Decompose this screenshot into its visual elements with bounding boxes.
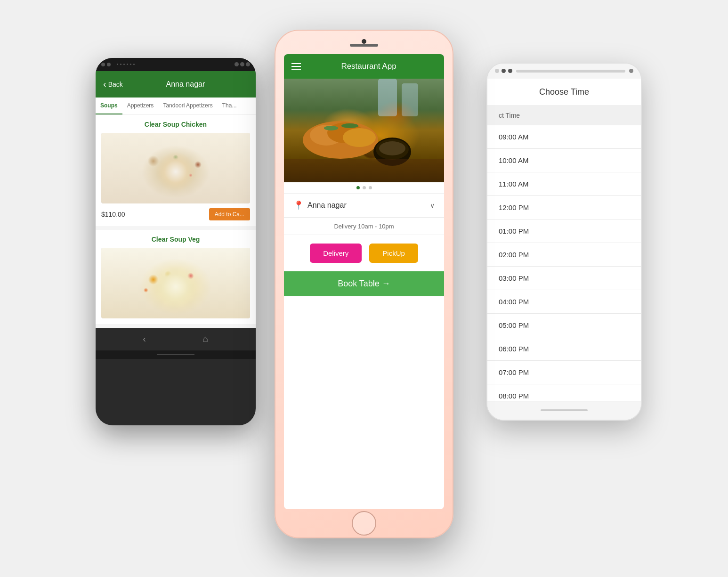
tab-tandoori[interactable]: Tandoori Appetizers: [158, 98, 217, 114]
white-phone-bottom-bar: [487, 401, 641, 420]
time-slot-11[interactable]: 08:00 PM: [487, 384, 641, 401]
item-image-1: [101, 133, 250, 203]
back-nav-icon[interactable]: ‹: [143, 333, 146, 344]
white-phone-home-bar: [541, 409, 588, 411]
grid-dot: [133, 64, 135, 65]
add-to-cart-button-1[interactable]: Add to Ca...: [209, 208, 250, 220]
time-slot-8[interactable]: 05:00 PM: [487, 314, 641, 337]
item-image-2: [101, 248, 250, 318]
tab-appetizers[interactable]: Appetizers: [122, 98, 159, 114]
status-dot-2: [107, 63, 111, 66]
menu-item-clear-soup-veg: Clear Soup Veg: [96, 230, 256, 324]
soup-veg-image: [101, 248, 250, 318]
item-name-2: Clear Soup Veg: [101, 236, 250, 243]
book-table-button[interactable]: Book Table →: [284, 271, 444, 296]
android-status-bar: [96, 58, 256, 71]
soup-chicken-image: [101, 133, 250, 203]
time-slot-5[interactable]: 02:00 PM: [487, 243, 641, 267]
grid-dot: [123, 64, 125, 65]
time-slot-2[interactable]: 11:00 AM: [487, 172, 641, 196]
back-button[interactable]: ‹ Back: [103, 79, 123, 89]
top-dot-1: [495, 69, 499, 73]
time-slot-4[interactable]: 01:00 PM: [487, 219, 641, 243]
food-hero-image: [284, 79, 444, 182]
ios-screen: Restaurant App: [284, 54, 444, 509]
scene: ‹ Back Anna nagar Soups Appetizers Tando…: [81, 30, 647, 548]
hamburger-menu-button[interactable]: [291, 63, 301, 70]
white-phone-screen: Choose Time ct Time 09:00 AM 10:00 AM 11…: [487, 79, 641, 401]
location-name-text: Anna nagar: [307, 201, 430, 210]
hamburger-line-1: [291, 63, 301, 64]
choose-time-header: Choose Time: [487, 79, 641, 106]
top-dot-right: [629, 69, 633, 73]
dot-1: [356, 186, 360, 189]
grid-dot: [127, 64, 128, 65]
time-slot-1[interactable]: 10:00 AM: [487, 149, 641, 172]
back-label: Back: [108, 81, 123, 88]
android-content: Clear Soup Chicken $110.00 Add to Ca... …: [96, 115, 256, 328]
time-slot-6[interactable]: 03:00 PM: [487, 267, 641, 290]
choose-time-title: Choose Time: [539, 87, 589, 97]
ios-phone-center: Restaurant App: [275, 30, 453, 538]
grid-dot: [120, 64, 121, 65]
ios-nav-title: Restaurant App: [301, 62, 437, 71]
top-dot-2: [502, 69, 506, 73]
time-slot-9[interactable]: 06:00 PM: [487, 337, 641, 361]
status-dot-r2: [240, 62, 244, 66]
time-list: ct Time 09:00 AM 10:00 AM 11:00 AM 12:00…: [487, 106, 641, 401]
android-bottom-line: [157, 354, 194, 355]
garnish-1: [324, 126, 338, 130]
status-dot-1: [101, 63, 105, 66]
ios-white-phone-right: Choose Time ct Time 09:00 AM 10:00 AM 11…: [486, 63, 642, 421]
table-surface: [284, 159, 444, 182]
address-bar: [516, 70, 625, 73]
tab-more[interactable]: Tha...: [218, 98, 242, 114]
ios-home-button[interactable]: [352, 511, 376, 536]
food-svg-overlay: [284, 79, 444, 182]
chevron-down-icon: ∨: [430, 202, 435, 209]
white-phone-top-bar: [487, 64, 641, 79]
status-dot-r3: [246, 62, 250, 66]
white-phone-top-dots: [495, 69, 512, 73]
android-tabs: Soups Appetizers Tandoori Appetizers Tha…: [96, 98, 256, 115]
grid-dot: [130, 64, 131, 65]
delivery-hours-text: Delivery 10am - 10pm: [284, 218, 444, 235]
android-phone: ‹ Back Anna nagar Soups Appetizers Tando…: [96, 58, 256, 425]
ios-speaker: [350, 44, 378, 47]
top-dot-3: [508, 69, 512, 73]
ios-camera: [362, 39, 366, 44]
item-name-1: Clear Soup Chicken: [101, 121, 250, 128]
ios-navbar: Restaurant App: [284, 54, 444, 79]
location-pin-icon: 📍: [293, 200, 304, 211]
home-nav-icon[interactable]: ⌂: [203, 333, 209, 344]
glass-1: [378, 79, 397, 116]
dot-3: [369, 186, 372, 189]
action-buttons-row: Delivery PickUp: [284, 235, 444, 271]
delivery-button[interactable]: Delivery: [310, 244, 362, 263]
android-app-header: ‹ Back Anna nagar: [96, 71, 256, 98]
glass-2: [402, 83, 418, 116]
time-slot-3[interactable]: 12:00 PM: [487, 196, 641, 219]
time-slot-10[interactable]: 07:00 PM: [487, 361, 641, 384]
android-bottom-strip: [96, 350, 256, 359]
back-arrow-icon: ‹: [103, 79, 106, 89]
status-dot-r1: [235, 62, 239, 66]
dot-2: [363, 186, 366, 189]
android-bottom-bar: ‹ ⌂: [96, 328, 256, 350]
tab-soups[interactable]: Soups: [96, 98, 122, 114]
ios-home-indicator: [275, 509, 453, 537]
garnish-2: [341, 123, 358, 128]
menu-item-clear-soup-chicken: Clear Soup Chicken $110.00 Add to Ca...: [96, 115, 256, 226]
hamburger-line-2: [291, 66, 301, 67]
item-price-1: $110.00: [101, 211, 125, 218]
item-footer-1: $110.00 Add to Ca...: [101, 208, 250, 220]
time-slot-7[interactable]: 04:00 PM: [487, 290, 641, 314]
carousel-dots: [284, 182, 444, 193]
hamburger-line-3: [291, 69, 301, 70]
dipping-sauce: [379, 141, 405, 155]
food-roll-3: [343, 128, 376, 147]
food-image-visual: [284, 79, 444, 182]
pickup-button[interactable]: PickUp: [369, 244, 418, 263]
time-slot-0[interactable]: 09:00 AM: [487, 125, 641, 149]
location-selector[interactable]: 📍 Anna nagar ∨: [284, 194, 444, 218]
